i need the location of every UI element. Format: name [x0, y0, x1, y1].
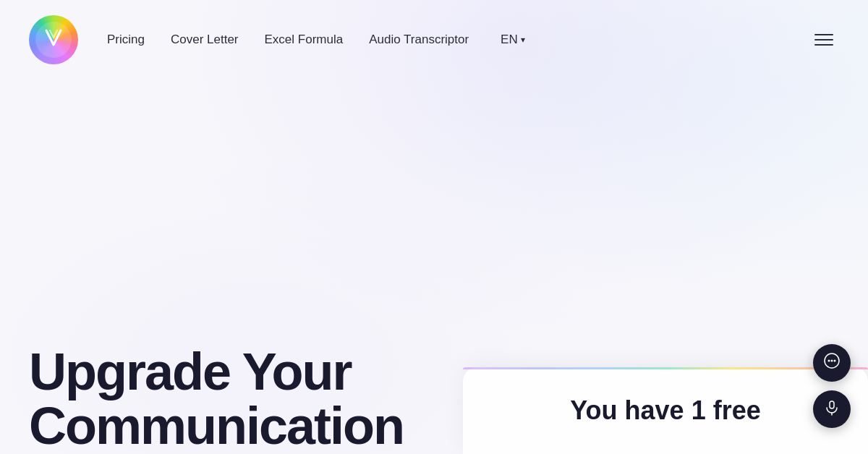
svg-rect-4 — [830, 401, 834, 408]
notification-card: You have 1 free — [463, 367, 868, 454]
nav-link-excel-formula[interactable]: Excel Formula — [265, 33, 344, 47]
chat-bubble-icon — [823, 352, 841, 374]
hero-section: Upgrade Your Communication — [29, 345, 448, 454]
hamburger-line-3 — [814, 44, 833, 46]
navbar: Pricing Cover Letter Excel Formula Audio… — [0, 0, 868, 80]
main-content: Upgrade Your Communication You have 1 fr… — [0, 80, 868, 454]
nav-link-pricing[interactable]: Pricing — [107, 33, 145, 47]
hamburger-menu-button[interactable] — [809, 28, 839, 51]
hamburger-line-2 — [814, 39, 833, 40]
nav-link-audio-transcriptor[interactable]: Audio Transcriptor — [369, 33, 469, 47]
hero-heading-line1: Upgrade Your — [29, 343, 351, 401]
notification-area: You have 1 free — [463, 367, 868, 454]
hamburger-line-1 — [814, 34, 833, 35]
nav-link-cover-letter[interactable]: Cover Letter — [171, 33, 239, 47]
logo-letter — [43, 27, 64, 52]
logo[interactable] — [29, 15, 78, 64]
notification-text: You have 1 free — [570, 395, 760, 426]
logo-inner — [35, 22, 72, 58]
hero-heading-line2: Communication — [29, 397, 404, 454]
language-code: EN — [501, 33, 518, 47]
mic-support-button[interactable] — [813, 390, 851, 428]
svg-point-2 — [831, 360, 833, 362]
language-selector[interactable]: EN ▾ — [501, 33, 525, 47]
svg-point-3 — [834, 360, 836, 362]
nav-links: Pricing Cover Letter Excel Formula Audio… — [107, 33, 809, 47]
chat-support-button[interactable] — [813, 344, 851, 382]
chevron-down-icon: ▾ — [521, 35, 525, 45]
svg-point-1 — [828, 360, 830, 362]
hero-heading: Upgrade Your Communication — [29, 345, 448, 454]
microphone-icon — [824, 400, 840, 419]
logo-icon — [29, 15, 78, 64]
